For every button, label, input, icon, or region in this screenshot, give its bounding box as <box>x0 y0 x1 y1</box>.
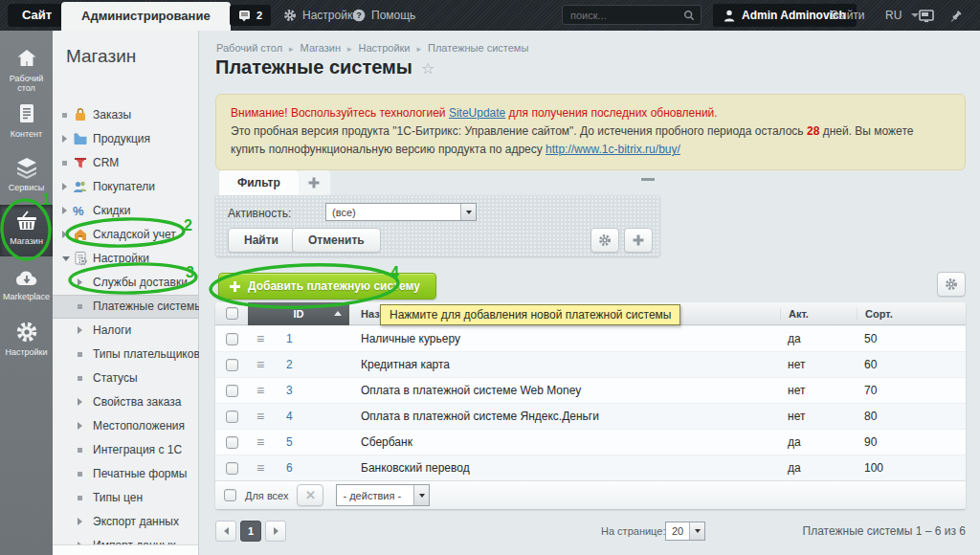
row-checkbox[interactable] <box>226 411 238 423</box>
sidebar-item-warehouse[interactable]: Складской учет <box>53 223 198 247</box>
find-button[interactable]: Найти <box>228 228 295 253</box>
table-body: ≡ 1 Наличные курьеру да 50 ≡ 2 Кредитная… <box>215 325 966 480</box>
table-row[interactable]: ≡ 1 Наличные курьеру да 50 <box>215 325 966 351</box>
rail-item-marketplace[interactable]: Marketplace <box>0 264 53 314</box>
breadcrumb-settings[interactable]: Настройки <box>359 42 411 54</box>
row-id-link[interactable]: 4 <box>273 410 349 423</box>
row-id-link[interactable]: 1 <box>273 332 349 345</box>
sidebar-item-export-data[interactable]: Экспорт данных <box>53 510 198 534</box>
bullet-icon <box>78 448 82 453</box>
breadcrumb-shop[interactable]: Магазин <box>301 42 341 54</box>
bullet-icon <box>62 113 67 118</box>
sidebar-item-payer-types[interactable]: Типы плательщиков <box>53 343 198 366</box>
topbar-settings-button[interactable]: Настройки <box>283 0 359 31</box>
table-settings-button[interactable] <box>937 272 966 297</box>
sidebar-item-print-forms[interactable]: Печатные формы <box>53 462 198 486</box>
rail-item-desktop[interactable]: Рабочий стол <box>0 42 53 96</box>
table-row[interactable]: ≡ 4 Оплата в платежной системе Яндекс.Де… <box>215 403 966 429</box>
expand-arrow-icon <box>78 326 82 334</box>
cancel-button[interactable]: Отменить <box>292 228 381 253</box>
add-payment-system-button[interactable]: Добавить платежную систему <box>218 273 436 300</box>
rail-item-content[interactable]: Контент <box>0 98 53 147</box>
sidebar-item-statuses[interactable]: Статусы <box>53 366 198 390</box>
expand-arrow-icon <box>78 398 82 406</box>
row-checkbox[interactable] <box>226 359 238 371</box>
row-id-link[interactable]: 2 <box>273 358 349 371</box>
sidebar-item-products[interactable]: Продукция <box>53 127 198 151</box>
row-id-link[interactable]: 5 <box>273 435 349 449</box>
sidebar-item-label: Статусы <box>93 371 138 385</box>
row-id-link[interactable]: 6 <box>273 461 349 475</box>
breadcrumb-payment-systems[interactable]: Платежные системы <box>428 42 528 54</box>
sidebar-item-price-types[interactable]: Типы цен <box>53 486 198 510</box>
sidebar-item-orders[interactable]: Заказы <box>53 103 198 127</box>
row-checkbox[interactable] <box>226 462 238 475</box>
rail-item-label: Сервисы <box>9 183 44 192</box>
bitrix-admin-page: Сайт Администрирование 2 Настройки ? Пом… <box>0 0 980 555</box>
table-row[interactable]: ≡ 6 Банковский перевод да 100 <box>215 455 966 480</box>
row-checkbox[interactable] <box>226 385 238 397</box>
pin-panel-button[interactable] <box>948 1 963 32</box>
drag-handle-icon[interactable]: ≡ <box>248 434 273 450</box>
filter-settings-button[interactable] <box>590 228 619 253</box>
per-page-select[interactable]: 20 <box>665 522 705 541</box>
sidebar-item-payment-systems[interactable]: Платежные системы <box>53 295 198 319</box>
sidebar-item-shop-settings[interactable]: Настройки <box>53 247 198 271</box>
sidebar-item-customers[interactable]: Покупатели <box>53 175 198 199</box>
add-filter-tab-button[interactable] <box>298 170 330 195</box>
tab-filter[interactable]: Фильтр <box>219 170 299 195</box>
row-sort: 80 <box>857 410 966 423</box>
rail-item-settings[interactable]: Настройки <box>0 316 53 366</box>
tab-admin[interactable]: Администрирование <box>61 2 231 31</box>
topbar-help-button[interactable]: ? Помощь <box>352 0 415 31</box>
sidebar-item-import-data[interactable]: Импорт данных <box>53 534 198 555</box>
language-selector[interactable]: RU <box>885 0 919 31</box>
drag-handle-icon[interactable]: ≡ <box>248 409 273 424</box>
row-sort: 70 <box>857 384 966 397</box>
expand-arrow-icon <box>78 278 82 286</box>
rail-item-shop[interactable]: Магазин <box>0 205 53 256</box>
drag-handle-icon[interactable]: ≡ <box>248 357 273 372</box>
sidebar-item-discounts[interactable]: %Скидки <box>53 199 198 223</box>
search-input[interactable] <box>568 9 683 22</box>
row-id-link[interactable]: 3 <box>273 384 349 397</box>
page-button-current[interactable]: 1 <box>240 521 261 542</box>
discount-percent-icon: % <box>73 199 84 223</box>
logout-button[interactable]: Выйти <box>831 0 865 31</box>
table-row[interactable]: ≡ 2 Кредитная карта нет 60 <box>215 351 966 377</box>
collapse-filter-button[interactable] <box>641 178 655 181</box>
clear-selection-button[interactable]: ✕ <box>297 484 323 506</box>
search-icon[interactable] <box>683 10 695 21</box>
add-filter-field-button[interactable] <box>624 228 653 253</box>
siteupdate-link[interactable]: SiteUpdate <box>449 106 505 120</box>
favorite-star-icon[interactable]: ☆ <box>421 60 434 77</box>
drag-handle-icon[interactable]: ≡ <box>248 331 273 346</box>
sidebar-item-delivery-services[interactable]: Службы доставки <box>53 271 198 295</box>
sidebar-item-order-properties[interactable]: Свойства заказа <box>53 390 198 414</box>
drag-handle-icon[interactable]: ≡ <box>248 460 273 476</box>
activity-select[interactable]: (все) <box>325 203 477 221</box>
table-row[interactable]: ≡ 3 Оплата в платежной системе Web Money… <box>215 377 966 403</box>
next-page-button[interactable] <box>265 521 286 542</box>
select-all-checkbox[interactable] <box>226 307 238 320</box>
sidebar-item-crm[interactable]: CRM <box>53 151 198 175</box>
rail-item-services[interactable]: Сервисы <box>0 151 53 201</box>
breadcrumb-desktop[interactable]: Рабочий стол <box>216 42 282 54</box>
sidebar-item-1c-integration[interactable]: Интеграция с 1С <box>53 438 198 462</box>
row-checkbox[interactable] <box>226 333 238 345</box>
tab-site[interactable]: Сайт <box>8 4 66 27</box>
buy-link[interactable]: http://www.1c-bitrix.ru/buy/ <box>546 143 680 156</box>
for-all-checkbox[interactable] <box>224 489 236 501</box>
sidebar-item-locations[interactable]: Местоположения <box>53 414 198 438</box>
table-row[interactable]: ≡ 5 Сбербанк да 90 <box>215 429 966 455</box>
sidebar-item-taxes[interactable]: Налоги <box>53 319 198 343</box>
drag-handle-icon[interactable]: ≡ <box>248 383 273 398</box>
column-header-id[interactable]: ID <box>248 302 349 325</box>
row-checkbox[interactable] <box>226 436 238 449</box>
notifications-button[interactable]: 2 <box>230 5 271 26</box>
actions-select[interactable]: - действия - <box>336 484 430 506</box>
desktop-view-button[interactable] <box>919 1 934 32</box>
prev-page-button[interactable] <box>215 521 236 542</box>
column-header-sort[interactable]: Сорт. <box>857 308 966 320</box>
column-header-active[interactable]: Акт. <box>780 308 857 320</box>
